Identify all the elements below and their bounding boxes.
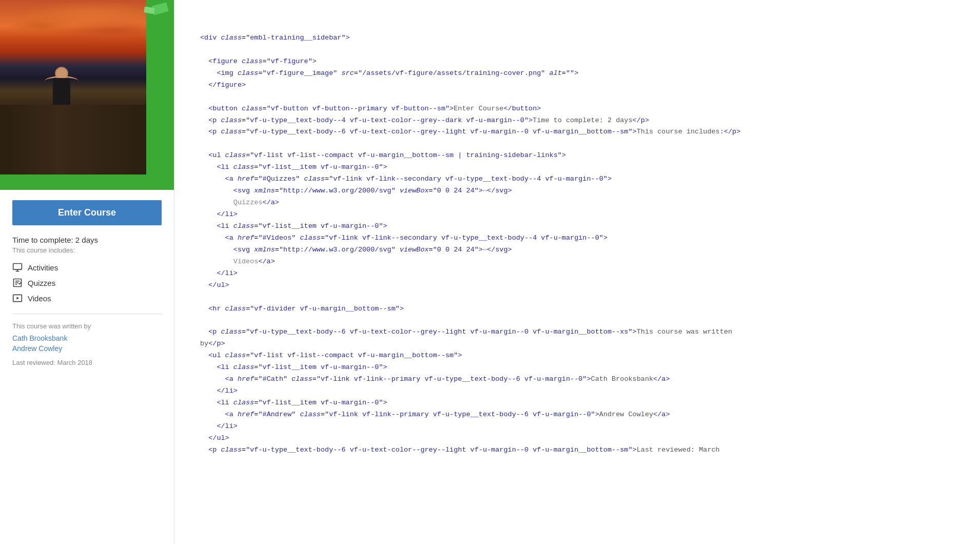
code-display: <div class="embl-training__sidebar"> <fi… — [200, 21, 954, 468]
list-item-activities[interactable]: Activities — [12, 262, 162, 273]
quizzes-label: Quizzes — [28, 279, 55, 287]
painting-bg-figure-1 — [123, 112, 131, 138]
course-includes-list: Activities Quizzes — [12, 262, 162, 303]
course-includes-text: This course includes: — [12, 246, 162, 254]
course-painting — [0, 0, 146, 174]
quiz-icon — [12, 278, 23, 288]
painting-main-figure — [49, 67, 74, 128]
written-by-text: This course was written by — [12, 322, 162, 330]
video-icon — [12, 293, 23, 303]
painting-figure-hands — [45, 76, 79, 86]
list-item-quizzes[interactable]: Quizzes — [12, 278, 162, 288]
code-panel: <div class="embl-training__sidebar"> <fi… — [174, 0, 980, 544]
list-item-videos[interactable]: Videos — [12, 293, 162, 303]
author-link-andrew[interactable]: Andrew Cowley — [12, 344, 162, 353]
course-divider — [12, 314, 162, 314]
author-link-cath[interactable]: Cath Brooksbank — [12, 334, 162, 342]
painting-bridge — [0, 137, 146, 139]
svg-rect-0 — [13, 264, 22, 270]
course-image-wrapper — [0, 0, 174, 190]
activities-label: Activities — [28, 263, 58, 272]
last-reviewed-text: Last reviewed: March 2018 — [12, 359, 162, 366]
painting-rail — [0, 143, 146, 144]
sidebar: Enter Course Time to complete: 2 days Th… — [0, 0, 174, 544]
sidebar-content: Enter Course Time to complete: 2 days Th… — [0, 190, 174, 377]
svg-marker-8 — [16, 297, 19, 300]
painting-bg-figure-2 — [115, 114, 122, 138]
enter-course-button[interactable]: Enter Course — [12, 200, 162, 225]
time-to-complete-text: Time to complete: 2 days — [12, 236, 162, 244]
videos-label: Videos — [28, 294, 51, 303]
monitor-icon — [12, 262, 23, 273]
